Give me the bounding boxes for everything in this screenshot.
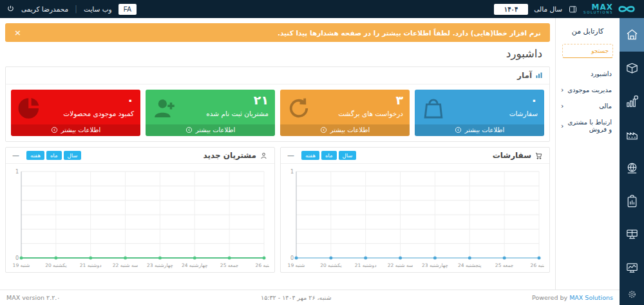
settings-gear-icon[interactable] xyxy=(620,284,644,304)
brand-logo: MAX SOLUTIONS xyxy=(583,3,638,15)
logo-sub: SOLUTIONS xyxy=(583,11,613,15)
circle-arrow-icon xyxy=(185,126,193,133)
new-customers-chart-body: 10شنبه 19یکشنبه 20دوشنبه 21سه شنبه 22چها… xyxy=(6,164,274,272)
language-button[interactable]: FA xyxy=(118,4,137,15)
range-week-button[interactable]: هفته xyxy=(26,151,44,160)
menu-item-label: مالی xyxy=(599,103,612,110)
app-version: MAX version ۲.۲.۰ xyxy=(6,294,60,301)
clipboard-chart-icon xyxy=(625,194,639,209)
module-logistics[interactable] xyxy=(620,152,644,185)
screens-icon xyxy=(625,227,639,242)
chevron-left-icon: ‹ xyxy=(561,123,564,130)
menu-item-label: ارتباط با مشتری و فروش xyxy=(564,119,612,133)
monitor-analytics-icon xyxy=(625,261,639,275)
sidebar-toggle-icon[interactable] xyxy=(568,5,578,14)
more-info-label: اطلاعات بیشتر xyxy=(61,126,101,133)
stat-card-low-stock[interactable]: ۰ کمبود موجودی محصولات xyxy=(11,90,140,136)
more-info-label: اطلاعات بیشتر xyxy=(330,126,370,133)
logout-power-icon[interactable] xyxy=(6,3,15,15)
card-top: ۳ درخواست های برگشت xyxy=(280,90,410,124)
sidebar-item-inventory-management[interactable]: مدیریت موجودی ‹ xyxy=(556,82,620,98)
fiscal-year-button[interactable]: ۱۴۰۴ xyxy=(494,4,528,15)
powered-by: Powered by MAX Solutions xyxy=(532,294,613,301)
svg-text:چهارشنبه 24: چهارشنبه 24 xyxy=(182,262,208,268)
top-navbar: MAX SOLUTIONS سال مالی ۱۴۰۴ FA وب سایت |… xyxy=(0,0,644,18)
chevron-left-icon: ‹ xyxy=(561,86,564,93)
svg-text:چهارشنبه 23: چهارشنبه 23 xyxy=(147,262,173,268)
charts-row: سفارشات سال ماه هفته — 10شنبه 19یکشنبه 2… xyxy=(5,147,550,273)
range-month-button[interactable]: ماه xyxy=(46,151,62,160)
fiscal-year-label: سال مالی xyxy=(534,5,562,13)
module-reports[interactable] xyxy=(620,184,644,218)
svg-text:1: 1 xyxy=(15,169,19,175)
range-year-button[interactable]: سال xyxy=(64,151,82,160)
module-monitoring[interactable] xyxy=(620,251,644,285)
navbar-left-group: FA وب سایت | محمدرضا کریمی xyxy=(6,3,137,15)
range-week-button[interactable]: هفته xyxy=(301,151,319,160)
more-info-link[interactable]: اطلاعات بیشتر xyxy=(146,124,275,136)
more-info-link[interactable]: اطلاعات بیشتر xyxy=(415,124,544,136)
chart-tools: سال ماه هفته — xyxy=(287,151,356,160)
home-icon xyxy=(625,27,639,42)
more-info-label: اطلاعات بیشتر xyxy=(196,126,236,133)
svg-text:دوشنبه 21: دوشنبه 21 xyxy=(80,262,102,268)
sales-chart-icon xyxy=(625,94,639,109)
website-link[interactable]: وب سایت xyxy=(84,5,112,13)
card-top: ۰ سفارشات xyxy=(415,90,544,124)
module-sales[interactable] xyxy=(620,84,644,118)
module-inventory[interactable] xyxy=(620,52,644,85)
module-production[interactable] xyxy=(620,118,644,152)
svg-text:یکشنبه 20: یکشنبه 20 xyxy=(45,262,66,268)
circle-arrow-icon xyxy=(51,126,58,133)
range-month-button[interactable]: ماه xyxy=(321,151,337,160)
svg-text:جمعه 25: جمعه 25 xyxy=(220,262,239,268)
collapse-panel-control[interactable]: — xyxy=(12,152,19,160)
orders-chart-panel: سفارشات سال ماه هفته — 10شنبه 19یکشنبه 2… xyxy=(280,147,550,273)
svg-text:1: 1 xyxy=(290,169,294,175)
svg-text:شنبه 19: شنبه 19 xyxy=(288,262,305,268)
sidebar-title: کارتابل من xyxy=(556,18,620,42)
collapse-panel-control[interactable]: — xyxy=(287,152,294,160)
more-info-link[interactable]: اطلاعات بیشتر xyxy=(280,124,410,136)
new-customers-chart-header: مشتریان جدید سال ماه هفته — xyxy=(6,148,274,164)
alert-close-icon[interactable]: × xyxy=(14,28,21,37)
error-alert-banner: نرم افزار خطا(هایی) دارد. لطفاً اطلاعات … xyxy=(5,23,550,42)
alert-text: نرم افزار خطا(هایی) دارد. لطفاً اطلاعات … xyxy=(278,29,541,37)
factory-icon xyxy=(625,127,639,142)
svg-text:شنبه 19: شنبه 19 xyxy=(13,262,30,268)
more-info-label: اطلاعات بیشتر xyxy=(465,126,505,133)
stat-card-registered-customers[interactable]: ۲۱ مشتریان ثبت نام شده xyxy=(146,90,275,136)
sidebar-item-financial[interactable]: مالی ‹ xyxy=(556,98,620,114)
circle-arrow-icon xyxy=(455,126,462,133)
cart-icon xyxy=(535,152,543,160)
range-year-button[interactable]: سال xyxy=(339,151,357,160)
menu-item-label: مدیریت موجودی xyxy=(567,86,612,93)
stat-card-return-requests[interactable]: ۳ درخواست های برگشت اطلاعات xyxy=(280,90,410,136)
module-home[interactable] xyxy=(620,18,644,52)
sidebar-item-crm-sales[interactable]: ارتباط با مشتری و فروش ‹ xyxy=(556,114,620,137)
stat-card-orders[interactable]: ۰ سفارشات اطلاعات بیشتر xyxy=(415,90,544,136)
menu-item-label: داشبورد xyxy=(591,70,612,77)
powered-prefix: Powered by xyxy=(532,294,569,301)
more-info-link[interactable]: اطلاعات بیشتر xyxy=(11,124,140,136)
svg-text:شنبه 26: شنبه 26 xyxy=(531,262,544,268)
chevron-left-icon: ‹ xyxy=(561,103,564,110)
new-customers-chart-panel: مشتریان جدید سال ماه هفته — 10شنبه 19یکش… xyxy=(5,147,275,273)
search-input[interactable] xyxy=(562,44,613,58)
stats-panel: آمار ۰ سفارشات xyxy=(5,66,550,142)
sidebar-item-dashboard[interactable]: داشبورد xyxy=(556,66,620,82)
infinity-logo-icon xyxy=(616,4,638,14)
powered-link[interactable]: MAX Solutions xyxy=(569,294,613,301)
refresh-icon xyxy=(285,95,312,124)
content-and-sidebar: نرم افزار خطا(هایی) دارد. لطفاً اطلاعات … xyxy=(0,18,620,290)
globe-shipping-icon xyxy=(625,161,639,175)
orders-line-chart: 10شنبه 19یکشنبه 20دوشنبه 21سه شنبه 22چها… xyxy=(286,166,544,271)
stats-panel-title: آمار xyxy=(517,71,532,80)
user-menu[interactable]: محمدرضا کریمی xyxy=(21,5,68,13)
bar-chart-icon xyxy=(535,72,543,79)
sidebar-search xyxy=(562,43,613,58)
module-pos[interactable] xyxy=(620,218,644,251)
body-row: نرم افزار خطا(هایی) دارد. لطفاً اطلاعات … xyxy=(0,18,644,305)
user-add-icon xyxy=(151,95,178,124)
page-title: داشبورد xyxy=(13,47,542,60)
